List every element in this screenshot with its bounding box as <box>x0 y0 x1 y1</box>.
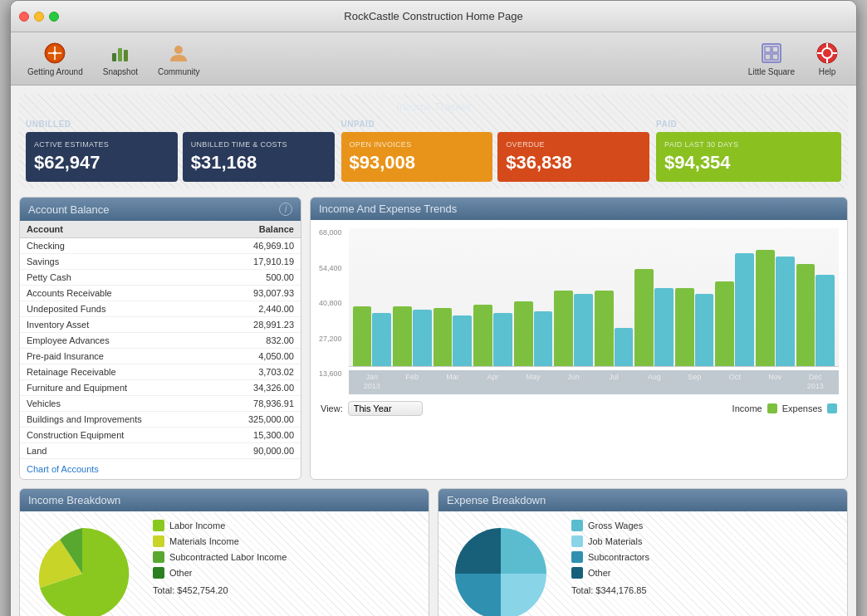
trends-panel: Income And Expense Trends 68,00054,40040… <box>310 197 848 480</box>
table-row[interactable]: Vehicles78,936.91 <box>20 396 301 412</box>
chart-of-accounts-link[interactable]: Chart of Accounts <box>20 459 301 479</box>
snapshot-button[interactable]: Snapshot <box>95 37 146 80</box>
svg-point-8 <box>174 46 183 54</box>
table-row[interactable]: Undeposited Funds2,440.00 <box>20 301 301 317</box>
expense-color-3 <box>571 567 583 579</box>
account-balance-cell: 4,050.00 <box>213 349 301 364</box>
table-row[interactable]: Accounts Receivable93,007.93 <box>20 286 301 301</box>
open-invoices-value: $93,008 <box>350 152 485 174</box>
getting-around-label: Getting Around <box>27 67 83 76</box>
balance-col-header: Balance <box>213 221 301 238</box>
expense-total: Total: $344,176.85 <box>571 585 839 595</box>
svg-point-16 <box>823 49 831 57</box>
expense-legend-text-0: Gross Wages <box>588 521 643 530</box>
compass-icon <box>42 41 67 66</box>
expense-bar <box>574 294 593 366</box>
table-row[interactable]: Petty Cash500.00 <box>20 270 301 286</box>
x-axis-label: Jul <box>594 373 634 392</box>
table-header-row: Account Balance <box>20 221 301 238</box>
table-row[interactable]: Pre-paid Insurance4,050.00 <box>20 349 301 364</box>
expense-legend-item-2: Subcontractors <box>571 551 839 563</box>
expense-bar <box>654 288 674 366</box>
info-icon[interactable]: i <box>279 203 292 216</box>
table-row[interactable]: Inventory Asset28,991.23 <box>20 317 301 333</box>
table-row[interactable]: Checking46,969.10 <box>20 238 301 254</box>
table-row[interactable]: Savings17,910.19 <box>20 254 301 270</box>
bars-area: Jan2013FebMarAprMayJunJulAugSepOctNovDec… <box>349 228 839 394</box>
person-icon <box>166 41 191 66</box>
x-axis-label: Aug <box>634 373 674 392</box>
income-color-3 <box>153 567 164 579</box>
x-axis-label: Jan2013 <box>352 373 393 392</box>
maximize-button[interactable] <box>49 12 59 22</box>
paid-last-30-value: $94,354 <box>664 152 833 174</box>
account-balance-cell: 34,326.00 <box>213 380 301 396</box>
overdue-card[interactable]: OVERDUE $36,838 <box>497 132 649 182</box>
month-group <box>714 253 755 366</box>
income-legend-item-2: Subcontracted Labor Income <box>153 551 420 563</box>
trends-title: Income And Expense Trends <box>319 203 457 215</box>
table-row[interactable]: Construction Equipment15,300.00 <box>20 428 301 443</box>
x-axis-label: Nov <box>755 373 796 392</box>
y-axis-label: 40,800 <box>319 299 342 307</box>
open-invoices-label: OPEN INVOICES <box>350 140 485 149</box>
y-axis-label: 54,400 <box>319 264 342 272</box>
grid-icon <box>759 41 784 66</box>
expense-bar <box>735 253 754 366</box>
unbilled-time-value: $31,168 <box>191 152 326 174</box>
unbilled-time-label: UNBILLED TIME & COSTS <box>191 140 326 149</box>
expense-legend-dot <box>827 403 837 413</box>
month-group <box>755 250 796 365</box>
month-group <box>674 288 715 366</box>
income-legend-item-3: Other <box>153 567 420 579</box>
traffic-lights <box>19 12 59 22</box>
unpaid-label: UNPAID <box>341 120 650 129</box>
table-row[interactable]: Retainage Receivable3,703.02 <box>20 364 301 380</box>
expense-legend-label: Expenses <box>782 403 822 413</box>
table-row[interactable]: Buildings and Improvements325,000.00 <box>20 412 301 428</box>
income-color-2 <box>153 551 164 563</box>
income-bar <box>675 288 694 366</box>
month-group <box>433 308 473 366</box>
account-name-cell: Pre-paid Insurance <box>20 349 213 364</box>
expense-bar <box>776 257 795 366</box>
y-axis-label: 13,600 <box>319 369 342 378</box>
view-select[interactable]: This Year Last Year This Quarter <box>348 401 423 416</box>
y-axis-label: 27,200 <box>319 335 342 343</box>
unbilled-label: UNBILLED <box>26 120 335 129</box>
help-button[interactable]: Help <box>806 37 848 80</box>
expense-color-1 <box>571 535 583 547</box>
table-row[interactable]: Land90,000.00 <box>20 443 301 459</box>
community-button[interactable]: Community <box>149 37 208 80</box>
table-row[interactable]: Furniture and Equipment34,326.00 <box>20 380 301 396</box>
income-color-0 <box>153 520 164 531</box>
month-group <box>634 269 674 366</box>
income-legend: Labor Income Materials Income Subcontrac… <box>153 520 420 616</box>
account-name-cell: Retainage Receivable <box>20 364 213 380</box>
expense-breakdown-title: Expense Breakdown <box>447 494 546 506</box>
account-name-cell: Land <box>20 443 213 459</box>
month-group <box>473 305 513 365</box>
chart-legend: Income Expenses <box>732 403 837 413</box>
income-bar <box>473 305 492 365</box>
close-button[interactable] <box>19 12 29 22</box>
account-name-cell: Buildings and Improvements <box>20 412 213 428</box>
income-tracker-panel: Income Tracker UNBILLED ACTIVE ESTIMATES… <box>19 94 848 188</box>
unbilled-time-card[interactable]: UNBILLED TIME & COSTS $31,168 <box>183 132 335 182</box>
account-balance-panel: Account Balance i Account Balance Checki… <box>19 197 301 480</box>
getting-around-button[interactable]: Getting Around <box>19 37 91 80</box>
snapshot-label: Snapshot <box>103 67 138 76</box>
expense-legend-item-1: Job Materials <box>571 535 839 547</box>
account-name-cell: Furniture and Equipment <box>20 380 213 396</box>
paid-last-30-card[interactable]: PAID LAST 30 DAYS $94,354 <box>656 132 841 182</box>
income-bar <box>634 269 654 366</box>
account-balance-cell: 90,000.00 <box>213 443 301 459</box>
minimize-button[interactable] <box>34 12 44 22</box>
little-square-button[interactable]: Little Square <box>740 37 803 80</box>
table-row[interactable]: Employee Advances832.00 <box>20 333 301 349</box>
active-estimates-card[interactable]: ACTIVE ESTIMATES $62,947 <box>26 132 178 182</box>
open-invoices-card[interactable]: OPEN INVOICES $93,008 <box>341 132 493 182</box>
middle-row: Account Balance i Account Balance Checki… <box>19 197 848 480</box>
income-bar <box>393 306 412 366</box>
title-bar: RockCastle Construction Home Page <box>11 1 856 32</box>
